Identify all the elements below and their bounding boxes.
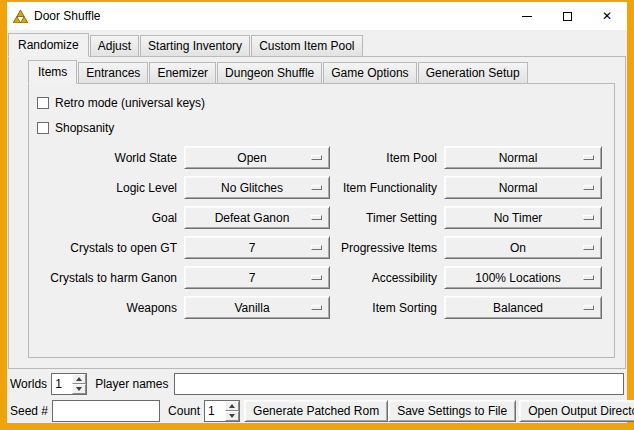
maximize-button[interactable] (547, 2, 587, 30)
dropdown-indicator-icon (583, 185, 594, 190)
seed-label: Seed # (10, 404, 48, 418)
item-pool-dropdown[interactable]: Normal (444, 146, 602, 169)
titlebar[interactable]: Door Shuffle ✕ (7, 2, 627, 30)
weapons-dropdown[interactable]: Vanilla (184, 296, 330, 319)
item-pool-value: Normal (499, 151, 548, 165)
close-icon: ✕ (602, 10, 612, 22)
logic-level-dropdown[interactable]: No Glitches (184, 176, 330, 199)
item-sorting-dropdown[interactable]: Balanced (444, 296, 602, 319)
logic-level-label: Logic Level (37, 181, 177, 195)
tab-custom-item-pool[interactable]: Custom Item Pool (251, 35, 362, 56)
accessibility-dropdown[interactable]: 100% Locations (444, 266, 602, 289)
dropdown-indicator-icon (311, 245, 322, 250)
retro-mode-checkbox-box[interactable] (37, 97, 49, 109)
timer-setting-label: Timer Setting (337, 211, 437, 225)
worlds-row: Worlds Player names (10, 373, 624, 395)
player-names-input[interactable] (174, 373, 625, 395)
tab-entrances[interactable]: Entrances (78, 62, 148, 83)
goal-dropdown[interactable]: Defeat Ganon (184, 206, 330, 229)
worlds-spin-buttons (72, 374, 86, 394)
count-spin-buttons (225, 401, 239, 421)
player-names-label: Player names (95, 377, 168, 391)
count-label: Count (168, 404, 200, 418)
save-settings-button[interactable]: Save Settings to File (388, 400, 516, 422)
dropdown-indicator-icon (311, 305, 322, 310)
client-area: Randomize Adjust Starting Inventory Cust… (7, 30, 627, 423)
timer-setting-dropdown[interactable]: No Timer (444, 206, 602, 229)
retro-mode-checkbox[interactable]: Retro mode (universal keys) (37, 90, 614, 115)
count-spin-up-button[interactable] (225, 401, 239, 411)
close-button[interactable]: ✕ (587, 2, 627, 30)
progressive-items-label: Progressive Items (337, 241, 437, 255)
count-input[interactable] (205, 401, 225, 421)
randomize-pane: Items Entrances Enemizer Dungeon Shuffle… (8, 56, 626, 369)
count-stepper (204, 400, 240, 422)
seed-input[interactable] (52, 400, 160, 422)
crystals-open-gt-label: Crystals to open GT (37, 241, 177, 255)
dropdown-indicator-icon (311, 155, 322, 160)
dropdown-indicator-icon (583, 305, 594, 310)
worlds-input[interactable] (52, 374, 72, 394)
worlds-label: Worlds (10, 377, 47, 391)
item-functionality-value: Normal (499, 181, 548, 195)
crystals-open-gt-dropdown[interactable]: 7 (184, 236, 330, 259)
crystals-harm-ganon-label: Crystals to harm Ganon (37, 271, 177, 285)
open-output-directory-button[interactable]: Open Output Directory (519, 400, 634, 422)
tab-randomize[interactable]: Randomize (8, 33, 89, 57)
item-functionality-dropdown[interactable]: Normal (444, 176, 602, 199)
seed-row: Seed # Count Generate Patched Rom Save S… (10, 400, 624, 422)
tab-adjust[interactable]: Adjust (90, 35, 139, 56)
arrow-down-icon (76, 387, 82, 391)
retro-mode-label: Retro mode (universal keys) (55, 96, 205, 110)
weapons-label: Weapons (37, 301, 177, 315)
tab-generation-setup[interactable]: Generation Setup (418, 62, 528, 83)
dropdown-indicator-icon (583, 155, 594, 160)
arrow-down-icon (229, 414, 235, 418)
world-state-dropdown[interactable]: Open (184, 146, 330, 169)
main-tab-bar: Randomize Adjust Starting Inventory Cust… (8, 33, 626, 56)
world-state-label: World State (37, 151, 177, 165)
logic-level-value: No Glitches (221, 181, 293, 195)
sub-tab-bar: Items Entrances Enemizer Dungeon Shuffle… (28, 60, 615, 83)
item-functionality-label: Item Functionality (337, 181, 437, 195)
worlds-spin-up-button[interactable] (72, 374, 86, 384)
count-spin-down-button[interactable] (225, 411, 239, 421)
footer-controls: Worlds Player names Seed # Count (7, 369, 627, 423)
dropdown-indicator-icon (311, 215, 322, 220)
window-controls: ✕ (507, 2, 627, 30)
main-notebook: Randomize Adjust Starting Inventory Cust… (8, 33, 626, 369)
item-sorting-label: Item Sorting (337, 301, 437, 315)
progressive-items-value: On (510, 241, 536, 255)
tab-items[interactable]: Items (28, 60, 77, 84)
progressive-items-dropdown[interactable]: On (444, 236, 602, 259)
tab-game-options[interactable]: Game Options (323, 62, 416, 83)
tab-dungeon-shuffle[interactable]: Dungeon Shuffle (217, 62, 322, 83)
dropdown-indicator-icon (583, 245, 594, 250)
arrow-up-icon (76, 377, 82, 381)
item-sorting-value: Balanced (493, 301, 553, 315)
goal-label: Goal (37, 211, 177, 225)
accessibility-value: 100% Locations (475, 271, 570, 285)
arrow-up-icon (229, 404, 235, 408)
triforce-app-icon (13, 10, 28, 23)
minimize-button[interactable] (507, 2, 547, 30)
tab-starting-inventory[interactable]: Starting Inventory (140, 35, 250, 56)
shopsanity-checkbox[interactable]: Shopsanity (37, 115, 614, 140)
world-state-value: Open (237, 151, 276, 165)
worlds-stepper (51, 373, 87, 395)
item-pool-label: Item Pool (337, 151, 437, 165)
weapons-value: Vanilla (234, 301, 279, 315)
items-pane: Retro mode (universal keys) Shopsanity W… (28, 83, 615, 358)
crystals-harm-ganon-dropdown[interactable]: 7 (184, 266, 330, 289)
dropdown-indicator-icon (311, 275, 322, 280)
options-grid: World State Open Item Pool Normal Logic … (37, 146, 614, 319)
window-title: Door Shuffle (34, 9, 101, 23)
timer-setting-value: No Timer (494, 211, 553, 225)
generate-patched-rom-button[interactable]: Generate Patched Rom (244, 400, 388, 422)
dropdown-indicator-icon (583, 275, 594, 280)
shopsanity-checkbox-box[interactable] (37, 122, 49, 134)
crystals-open-gt-value: 7 (249, 241, 266, 255)
minimize-icon (522, 16, 532, 17)
worlds-spin-down-button[interactable] (72, 384, 86, 394)
tab-enemizer[interactable]: Enemizer (149, 62, 216, 83)
